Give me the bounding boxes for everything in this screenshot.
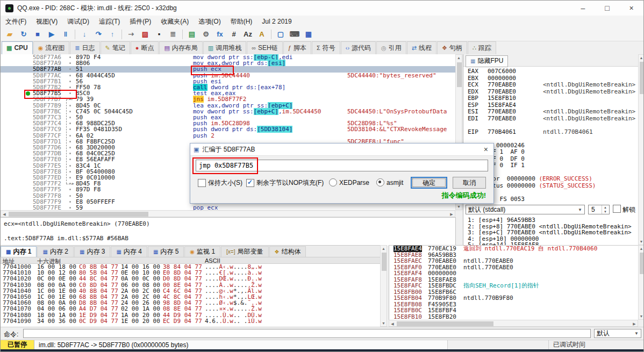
disasm-row[interactable]: 5D8F77FE59pop ecx bbox=[1, 205, 455, 210]
dump-tab-7[interactable]: ❖结构体 bbox=[269, 246, 306, 257]
dump-tab-4[interactable]: ▦内存 5 bbox=[148, 246, 184, 257]
view-tab-9[interactable]: Σ符号 bbox=[312, 41, 340, 54]
disasm-row[interactable]: 5D8F77A98B06mov eax,dword ptr ds:[esi] bbox=[1, 60, 455, 66]
register-line[interactable]: EIP770B4061ntdll.770B4061 bbox=[468, 129, 639, 136]
arg-count-stepper[interactable]: 5▲▼ bbox=[588, 205, 610, 214]
run-icon[interactable]: ▶ bbox=[45, 28, 58, 40]
text-az-icon[interactable]: Az bbox=[241, 28, 254, 40]
view-tab-7[interactable]: ∞SEH链 bbox=[247, 41, 283, 54]
stack-row[interactable]: 15E8FAE4770EAC19返回到 ntdll.770EAC19 自 ntd… bbox=[389, 246, 638, 252]
stack-vscrollbar[interactable]: ▲ ▼ bbox=[638, 245, 644, 320]
dump-vscrollbar[interactable]: ▲ ▼ bbox=[380, 245, 387, 327]
stop-icon[interactable]: ■ bbox=[31, 28, 44, 40]
stack-row[interactable]: 15E8FAFC15E8FBDC指向SEH_Record[1]的指针 bbox=[389, 283, 638, 289]
menu-item-5[interactable]: 收藏夹(A) bbox=[156, 16, 194, 27]
dump-tab-2[interactable]: ▦内存 3 bbox=[74, 246, 110, 257]
dialog-close-icon[interactable]: × bbox=[482, 145, 490, 154]
hide-fpu-button[interactable]: ▦隐藏FPU bbox=[466, 55, 508, 67]
disasm-hscrollbar[interactable]: ◀ ▶ bbox=[1, 210, 455, 217]
menu-item-0[interactable]: 文件(F) bbox=[1, 16, 31, 27]
keep-size-checkbox[interactable]: 保持大小(S) bbox=[198, 178, 242, 188]
view-tab-3[interactable]: ✎笔记 bbox=[101, 41, 130, 54]
views-icon[interactable]: ▦ bbox=[302, 28, 315, 40]
menu-item-1[interactable]: 视图(V) bbox=[31, 16, 62, 27]
step-out-icon[interactable]: ↑ bbox=[106, 28, 119, 40]
log-icon[interactable]: ≣ bbox=[167, 28, 180, 40]
view-tab-11[interactable]: ◎引用 bbox=[376, 41, 406, 54]
xedparse-radio[interactable]: XEDParse bbox=[329, 178, 369, 186]
unlock-checkbox[interactable]: 解锁 bbox=[613, 205, 635, 214]
stack-hscrollbar[interactable]: ◀ ▶ bbox=[389, 320, 638, 327]
view-tab-13[interactable]: ❖句柄 bbox=[437, 41, 467, 54]
step-over-icon[interactable]: ↷ bbox=[92, 28, 105, 40]
view-tab-5[interactable]: ▤内存布局 bbox=[159, 41, 202, 54]
assemble-instruction-input[interactable] bbox=[196, 160, 488, 171]
minimize-button[interactable]: – bbox=[571, 1, 595, 16]
dump-tab-5[interactable]: ◉监视 1 bbox=[184, 246, 220, 257]
view-tab-6[interactable]: ▥调用堆栈 bbox=[203, 41, 246, 54]
dump-row[interactable]: 7704107004 00 06 00A4 D7 04 7702 00 1A 0… bbox=[1, 306, 380, 312]
stack-row[interactable]: 15E8FAF0770EABE0ntdll.770EABE0 bbox=[389, 264, 638, 271]
view-tab-4[interactable]: ●断点 bbox=[131, 41, 159, 54]
close-button[interactable]: × bbox=[619, 1, 643, 16]
stack-row[interactable]: 15E8FB04770B9F80ntdll.770B9F80 bbox=[389, 295, 638, 301]
step-into-icon[interactable]: ↓ bbox=[78, 28, 91, 40]
asmjit-radio[interactable]: asmjit bbox=[376, 178, 403, 186]
settings-gear-icon[interactable]: ⚙ bbox=[199, 28, 212, 40]
patch-icon[interactable]: ▨ bbox=[139, 28, 152, 40]
view-tab-0[interactable]: ▦CPU bbox=[2, 41, 33, 54]
keyboard-icon[interactable]: ⌨ bbox=[288, 28, 301, 40]
dump-tab-0[interactable]: ▦内存 1 bbox=[1, 246, 37, 257]
dump-tab-icon: ◉ bbox=[190, 249, 195, 255]
stack-row[interactable]: 15E8FAE896A59BB3 bbox=[389, 252, 638, 258]
menu-item-4[interactable]: 插件(P) bbox=[125, 16, 156, 27]
command-input[interactable] bbox=[23, 329, 591, 338]
assemble-fx-icon[interactable]: fx bbox=[213, 28, 226, 40]
dump-tab-3[interactable]: ▦内存 4 bbox=[111, 246, 147, 257]
view-tab-8[interactable]: ƒ脚本 bbox=[283, 41, 311, 54]
stack-row[interactable]: 15E8FB0C15E8FBF4 bbox=[389, 307, 638, 314]
stack-row[interactable]: 15E8FB0015E8FB6C bbox=[389, 289, 638, 296]
restart-icon[interactable]: ↻ bbox=[17, 28, 30, 40]
stack-row[interactable]: 15E8FB1015E8FB20 bbox=[389, 314, 638, 320]
stack-row[interactable]: 15E8FB08F45905E3 bbox=[389, 301, 638, 308]
dump-tab-6[interactable]: [x=]局部变量 bbox=[221, 246, 268, 257]
memory-map-icon[interactable]: ▤ bbox=[185, 28, 198, 40]
disasm-row[interactable]: 5D8F77C9FF35 0481D35Dpush dword ptr ds:[… bbox=[1, 126, 455, 132]
dump-row[interactable]: 770410200C 00 0E 0044 8C 04 770A 00 0C 0… bbox=[1, 276, 380, 282]
menu-item-3[interactable]: 追踪(T) bbox=[94, 16, 125, 27]
breakpoint-dot-icon[interactable] bbox=[26, 91, 30, 96]
hash-icon[interactable]: # bbox=[227, 28, 240, 40]
stack-pane[interactable]: 15E8FAE4770EAC19返回到 ntdll.770EAC19 自 ntd… bbox=[389, 245, 638, 320]
menu-item-6[interactable]: 选项(O) bbox=[194, 16, 225, 27]
stack-row[interactable]: 15E8FAF400000000 bbox=[389, 270, 638, 277]
breakpoint-icon[interactable]: ▪ bbox=[153, 28, 166, 40]
ok-button[interactable]: 确定 bbox=[411, 177, 447, 189]
maximize-button[interactable]: □ bbox=[595, 1, 619, 16]
command-profile-select[interactable]: 默认▼ bbox=[594, 329, 641, 338]
dump-body[interactable]: 7704100016 00 18 00C0 8B 04 7714 00 16 0… bbox=[1, 264, 380, 327]
view-tab-14[interactable]: ∴跟踪 bbox=[468, 41, 496, 54]
cpu-window-icon[interactable]: ▢ bbox=[274, 28, 287, 40]
open-file-icon[interactable]: ▰ bbox=[3, 28, 16, 40]
stack-row[interactable]: 15E8FAEC770EABE0ntdll.770EABE0 bbox=[389, 258, 638, 264]
dump-row[interactable]: 7704109034 00 36 000C D9 04 771E 00 20 0… bbox=[1, 318, 380, 324]
view-tab-2[interactable]: ≣日志 bbox=[70, 41, 99, 54]
disasm-row[interactable]: 5D8F77BCC745 0C 5044C45Dmov dword ptr ss… bbox=[1, 109, 455, 114]
pause-icon[interactable]: ‖ bbox=[59, 28, 72, 40]
menu-item-2[interactable]: 调试(D) bbox=[62, 16, 94, 27]
dump-tab-1[interactable]: ▦内存 2 bbox=[37, 246, 73, 257]
register-line[interactable]: EDI770EABE0<ntdll.DbgUiRemoteBreakin> bbox=[468, 116, 639, 123]
calling-convention-select[interactable]: 默认 (stdcall)▼ bbox=[466, 205, 585, 214]
highlight-a-icon[interactable]: A bbox=[255, 28, 268, 40]
menu-item-7[interactable]: 帮助(H) bbox=[226, 16, 257, 27]
cancel-button[interactable]: 取消 bbox=[453, 177, 486, 189]
trace-icon[interactable]: ⇢ bbox=[125, 28, 138, 40]
disasm-row[interactable]: 5D8F77AC68 4044C45Dpush im.5DC444405DC44… bbox=[1, 73, 455, 78]
view-tab-12[interactable]: ⇄线程 bbox=[407, 41, 437, 54]
view-tab-10[interactable]: ‹›源代码 bbox=[341, 41, 376, 54]
registers-vscrollbar[interactable]: ▲ ▼ bbox=[638, 54, 644, 245]
disasm-instruction: push 2 bbox=[193, 133, 214, 139]
view-tab-1[interactable]: ◉流程图 bbox=[33, 41, 70, 54]
fill-nop-checkbox[interactable]: 剩余字节以NOP填充(F) bbox=[246, 178, 324, 188]
